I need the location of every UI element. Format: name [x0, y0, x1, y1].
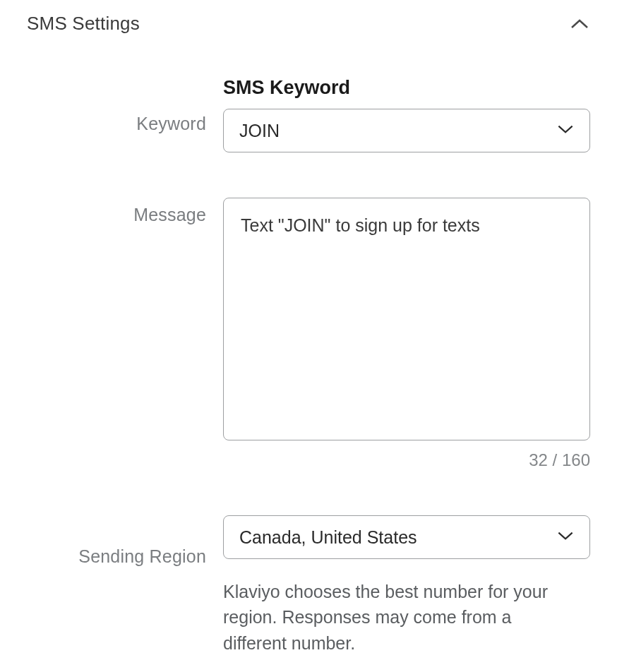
keyword-select[interactable]: JOIN — [223, 109, 590, 152]
region-select-value: Canada, United States — [239, 527, 557, 548]
keyword-row: Keyword SMS Keyword JOIN — [27, 77, 590, 152]
section-title: SMS Settings — [27, 13, 140, 35]
message-textarea[interactable] — [223, 198, 590, 440]
chevron-up-icon[interactable] — [569, 13, 590, 35]
keyword-label: Keyword — [136, 114, 206, 133]
message-label: Message — [133, 205, 206, 224]
region-row: Sending Region Canada, United States Kla… — [27, 515, 590, 656]
message-row: Message 32 / 160 — [27, 198, 590, 470]
keyword-heading: SMS Keyword — [223, 77, 590, 99]
region-label: Sending Region — [78, 546, 206, 566]
section-header[interactable]: SMS Settings — [27, 13, 590, 77]
chevron-down-icon — [557, 124, 574, 137]
keyword-select-value: JOIN — [239, 121, 557, 141]
chevron-down-icon — [557, 531, 574, 544]
region-select[interactable]: Canada, United States — [223, 515, 590, 559]
region-help-text: Klaviyo chooses the best number for your… — [223, 579, 562, 656]
message-char-count: 32 / 160 — [223, 450, 590, 470]
